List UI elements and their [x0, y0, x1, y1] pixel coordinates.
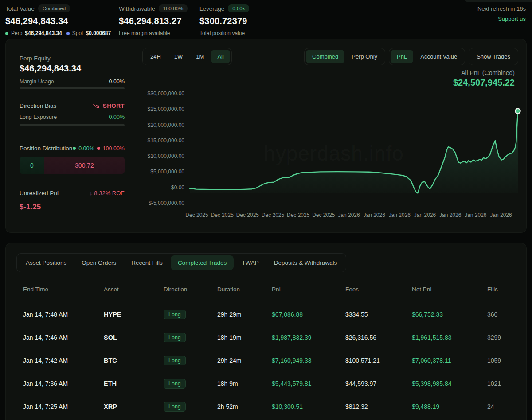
withdrawable-pct-badge: 100.00%: [159, 4, 188, 12]
tab-asset-positions[interactable]: Asset Positions: [19, 255, 74, 270]
leverage-badge: 0.00x: [228, 4, 249, 12]
trades-tabs: Asset Positions Open Orders Recent Fills…: [16, 253, 346, 272]
tab-recent-fills[interactable]: Recent Fills: [124, 255, 170, 270]
withdrawable-label: Withdrawable: [119, 5, 155, 12]
tab-deposits-withdrawals[interactable]: Deposits & Withdrawals: [267, 255, 344, 270]
trades-table-body: Jan 14, 7:48 AMHYPELong29h 29m$67,086.88…: [23, 303, 514, 418]
unrealized-pnl-value: $-1.25: [20, 203, 41, 212]
col-fees: Fees: [345, 286, 412, 293]
total-value-block: Total Value Combined $46,294,843.34 Perp…: [5, 4, 119, 36]
tab-open-orders[interactable]: Open Orders: [74, 255, 123, 270]
refresh-progress-bar: [466, 0, 532, 2]
col-pnl: PnL: [272, 286, 345, 293]
account-summary-panel: Perp Equity $46,294,843.34 Margin Usage …: [13, 47, 132, 226]
direction-badge: Long: [164, 333, 186, 342]
cell-direction: Long: [164, 402, 217, 412]
chart-toggle-groups: Combined Perp Only PnL Account Value Sho…: [304, 48, 518, 65]
table-row[interactable]: Jan 14, 7:48 AMHYPELong29h 29m$67,086.88…: [23, 303, 514, 326]
cell-asset: ETH: [104, 380, 164, 387]
perp-equity-label: Perp Equity: [20, 55, 51, 62]
cell-asset: BTC: [104, 357, 164, 364]
range-1w-button[interactable]: 1W: [168, 50, 189, 63]
long-exposure-label: Long Exposure: [20, 114, 57, 120]
leverage-value: $300.72379: [200, 16, 249, 26]
direction-badge: Long: [164, 310, 186, 319]
last-point-marker: [516, 109, 520, 114]
top-stats-bar: Total Value Combined $46,294,843.34 Perp…: [0, 0, 532, 39]
withdrawable-value: $46,294,813.27: [119, 16, 200, 26]
cell-duration: 2h 52m: [217, 403, 272, 410]
cell-net-pnl: $66,752.33: [412, 311, 487, 318]
perp-value: $46,294,843.34: [25, 30, 62, 36]
show-trades-group: Show Trades: [469, 48, 518, 65]
y-axis-tick: $30,000,000.00: [127, 90, 184, 97]
tab-completed-trades[interactable]: Completed Trades: [171, 255, 234, 270]
cell-pnl: $1,987,832.39: [272, 334, 345, 341]
cell-duration: 29h 24m: [217, 357, 272, 364]
cell-net-pnl: $7,060,378.11: [412, 357, 487, 364]
support-us-link[interactable]: Support us: [498, 16, 526, 22]
time-range-group: 24H 1W 1M All: [142, 48, 232, 65]
cell-fees: $26,316.56: [345, 334, 412, 341]
col-duration: Duration: [217, 286, 272, 293]
cell-direction: Long: [164, 356, 217, 365]
leverage-subtitle: Total position value: [200, 30, 249, 36]
withdrawable-block: Withdrawable 100.00% $46,294,813.27 Free…: [119, 4, 200, 36]
y-axis-tick: $0.00: [127, 184, 184, 191]
divider: [20, 138, 125, 138]
y-axis-tick: $20,000,000.00: [127, 122, 184, 129]
metric-account-value-button[interactable]: Account Value: [414, 50, 463, 63]
metric-toggle-group: PnL Account Value: [389, 48, 465, 65]
col-direction: Direction: [164, 286, 217, 293]
refresh-countdown: Next refresh in 16s: [477, 5, 526, 12]
direction-badge: Long: [164, 379, 186, 389]
cell-fills: 360: [487, 311, 514, 318]
cell-fills: 24: [487, 403, 514, 410]
show-trades-button[interactable]: Show Trades: [470, 50, 516, 63]
cell-fills: 1059: [487, 357, 514, 364]
scope-perp-only-button[interactable]: Perp Only: [345, 50, 383, 63]
table-row[interactable]: Jan 14, 7:25 AMXRPLong2h 52m$10,300.51$8…: [23, 395, 514, 418]
scope-combined-button[interactable]: Combined: [306, 50, 344, 63]
range-all-button[interactable]: All: [211, 50, 230, 63]
cell-net-pnl: $9,488.19: [412, 403, 487, 410]
position-distribution-label: Position Distribution: [20, 145, 72, 152]
direction-bias-value: SHORT: [103, 102, 125, 109]
table-row[interactable]: Jan 14, 7:46 AMSOLLong18h 19m$1,987,832.…: [23, 326, 514, 349]
all-pnl-value: $24,507,945.22: [453, 78, 515, 88]
metric-pnl-button[interactable]: PnL: [391, 50, 413, 63]
long-exposure-value: 0.00%: [109, 114, 125, 120]
table-row[interactable]: Jan 14, 7:36 AMETHLong18h 9m$5,443,579.8…: [23, 372, 514, 395]
cell-asset: HYPE: [104, 311, 164, 318]
margin-usage-bar: [20, 87, 125, 89]
cell-net-pnl: $5,398,985.84: [412, 380, 487, 387]
cell-direction: Long: [164, 379, 217, 389]
direction-badge: Long: [164, 356, 186, 365]
cell-end-time: Jan 14, 7:46 AM: [23, 334, 104, 341]
cell-duration: 29h 29m: [217, 311, 272, 318]
short-pct: 100.00%: [103, 145, 125, 152]
long-legend-dot-icon: [73, 147, 76, 150]
cell-net-pnl: $1,961,515.83: [412, 334, 487, 341]
range-1m-button[interactable]: 1M: [190, 50, 210, 63]
tab-twap[interactable]: TWAP: [235, 255, 266, 270]
cell-fills: 1021: [487, 380, 514, 387]
y-axis-tick: $10,000,000.00: [127, 153, 184, 160]
short-segment: 300.72: [44, 157, 125, 174]
range-24h-button[interactable]: 24H: [144, 50, 167, 63]
cell-fees: $812.32: [345, 403, 412, 410]
col-asset: Asset: [104, 286, 164, 293]
trades-card: Asset Positions Open Orders Recent Fills…: [5, 243, 527, 420]
cell-pnl: $5,443,579.81: [272, 380, 345, 387]
y-axis-tick: $5,000,000.00: [127, 168, 184, 175]
cell-fees: $334.55: [345, 311, 412, 318]
cell-pnl: $10,300.51: [272, 403, 345, 410]
perp-equity-value: $46,294,843.34: [20, 63, 81, 74]
cell-fees: $100,571.21: [345, 357, 412, 364]
perp-label: Perp: [11, 30, 22, 36]
table-row[interactable]: Jan 14, 7:42 AMBTCLong29h 24m$7,160,949.…: [23, 349, 514, 372]
col-fills: Fills: [487, 286, 514, 293]
long-exposure-bar: [20, 124, 125, 126]
cell-direction: Long: [164, 310, 217, 319]
roe-value: 8.32% ROE: [94, 190, 125, 196]
